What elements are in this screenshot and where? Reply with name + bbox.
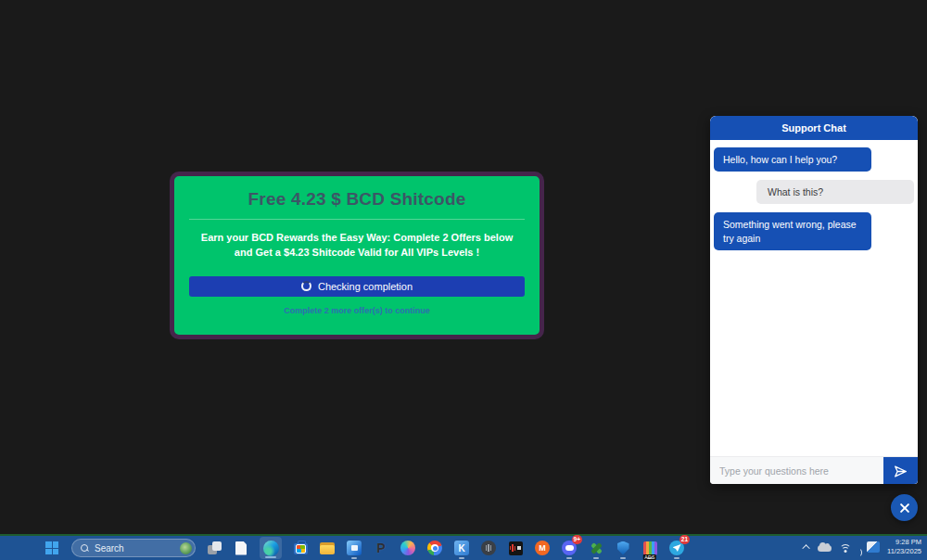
task-view-button[interactable]: [206, 538, 222, 558]
taskbar: Search P K M 9+: [0, 534, 927, 560]
file-explorer-icon: [320, 542, 335, 554]
search-daily-image: [180, 542, 192, 554]
offer-divider: [189, 219, 525, 220]
chat-question-input[interactable]: [710, 457, 883, 484]
loading-spinner-icon: [301, 281, 311, 291]
taskbar-item-ads-app[interactable]: ADS: [641, 538, 658, 558]
wifi-icon[interactable]: [839, 542, 852, 553]
start-button[interactable]: [43, 538, 61, 558]
offer-modal: Free 4.23 $ BCD Shitcode Earn your BCD R…: [170, 172, 544, 339]
chat-message-list: Hello, how can I help you? What is this?…: [710, 140, 918, 456]
k-game-icon: K: [454, 541, 469, 555]
microsoft-store-icon: [293, 541, 308, 555]
tray-app-icon[interactable]: [867, 541, 880, 553]
taskbar-item-edge-active[interactable]: [260, 537, 282, 559]
p-app-icon: P: [376, 541, 385, 555]
taskbar-item-dark-circle-app[interactable]: [480, 538, 497, 558]
taskbar-item-blue-cube-app[interactable]: [346, 538, 362, 558]
chat-message-bot: Something went wrong, please try again: [714, 212, 871, 249]
desktop: Free 4.23 $ BCD Shitcode Earn your BCD R…: [0, 0, 927, 560]
paper-plane-icon: [893, 465, 908, 478]
support-chat-panel: Support Chat Hello, how can I help you? …: [710, 116, 918, 484]
hidden-icons-chevron-icon[interactable]: [802, 544, 809, 552]
checking-completion-button[interactable]: Checking completion: [189, 276, 525, 297]
chat-send-button[interactable]: [883, 457, 918, 484]
taskbar-item-monero[interactable]: M: [534, 538, 551, 558]
taskbar-apps: Search P K M 9+: [43, 537, 685, 559]
dark-circle-app-icon: [481, 541, 496, 555]
checking-completion-label: Checking completion: [318, 281, 413, 292]
chat-message-user: What is this?: [756, 180, 914, 204]
taskbar-item-microsoft-store[interactable]: [292, 538, 309, 558]
taskbar-item-copilot[interactable]: [400, 538, 416, 558]
taskbar-item-notepad[interactable]: [233, 538, 249, 558]
taskbar-item-chrome[interactable]: [426, 538, 443, 558]
search-label: Search: [95, 543, 174, 554]
security-shield-icon: [617, 541, 629, 555]
taskbar-search-box[interactable]: Search: [71, 539, 196, 557]
taskbar-item-p-app[interactable]: P: [373, 538, 389, 558]
green-cross-app-icon: [590, 541, 603, 555]
ads-app-icon: [643, 541, 657, 555]
onedrive-cloud-icon[interactable]: [818, 545, 832, 552]
taskbar-item-discord[interactable]: 9+: [561, 538, 578, 558]
windows-logo-icon: [45, 541, 58, 554]
system-tray: 9:28 PM 11/23/2025: [805, 534, 921, 560]
search-icon: [81, 544, 89, 553]
blue-cube-app-icon: [347, 541, 362, 555]
audio-wave-icon: [509, 541, 523, 555]
chrome-icon: [427, 541, 442, 555]
taskbar-clock[interactable]: 9:28 PM 11/23/2025: [887, 538, 921, 556]
offer-description: Earn your BCD Rewards the Easy Way: Comp…: [189, 231, 525, 261]
offer-title: Free 4.23 $ BCD Shitcode: [189, 189, 525, 210]
taskbar-item-file-explorer[interactable]: [319, 538, 336, 558]
copilot-icon: [400, 541, 415, 555]
task-view-icon: [208, 541, 222, 554]
support-chat-header: Support Chat: [710, 116, 918, 140]
edge-icon: [263, 541, 279, 556]
taskbar-item-k-game[interactable]: K: [453, 538, 470, 558]
support-chat-title: Support Chat: [781, 122, 846, 134]
monero-icon: M: [535, 541, 550, 555]
ads-app-label: ADS: [643, 554, 656, 560]
clock-date: 11/23/2025: [887, 547, 921, 556]
taskbar-item-telegram[interactable]: 21: [668, 538, 685, 558]
discord-notification-badge: 9+: [572, 535, 582, 544]
taskbar-item-audio-app[interactable]: [507, 538, 524, 558]
notepad-icon: [235, 541, 247, 555]
chat-input-bar: [710, 456, 918, 484]
taskbar-item-windows-security[interactable]: [615, 538, 631, 558]
taskbar-item-green-app[interactable]: [588, 538, 604, 558]
offer-footer-note: Complete 2 more offer(s) to continue: [189, 306, 525, 315]
chat-message-bot: Hello, how can I help you?: [714, 147, 871, 172]
clock-time: 9:28 PM: [887, 538, 921, 547]
chat-close-button[interactable]: [891, 494, 918, 521]
telegram-notification-badge: 21: [679, 535, 690, 544]
